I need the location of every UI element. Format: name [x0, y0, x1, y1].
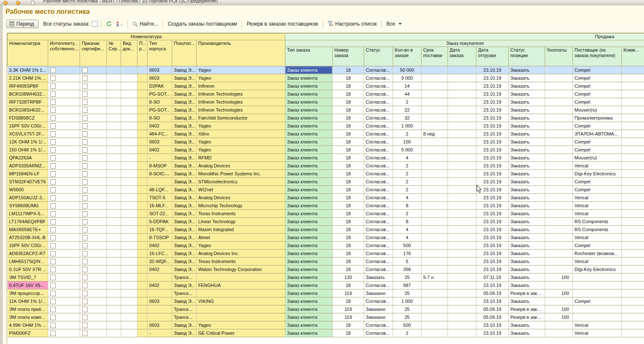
- cell-cert[interactable]: [80, 297, 107, 305]
- cell-pstatus[interactable]: Заказать: [509, 242, 545, 250]
- cell-buyer[interactable]: Завод Э...: [172, 250, 197, 258]
- cell-nom[interactable]: 12K OHM 1% 1/...: [8, 138, 48, 146]
- cell-term[interactable]: [422, 82, 448, 90]
- cell-pkg[interactable]: [147, 274, 172, 281]
- cell-qty[interactable]: 4: [393, 154, 422, 162]
- cell-pkg[interactable]: 16-MLF...: [147, 202, 172, 210]
- cell-ser[interactable]: [107, 98, 121, 106]
- cell-doc[interactable]: [121, 170, 137, 178]
- cell-supplier[interactable]: Compel: [573, 297, 622, 305]
- cell-mfr[interactable]: [197, 313, 285, 321]
- cell-doc[interactable]: [121, 266, 137, 274]
- row-checkbox[interactable]: [82, 227, 88, 232]
- cell-ip[interactable]: [48, 154, 80, 162]
- column-header-order-type[interactable]: Тип заказа: [285, 47, 333, 66]
- cell-ono[interactable]: 18: [333, 162, 364, 170]
- row-checkbox[interactable]: [82, 267, 88, 272]
- cell-pstatus[interactable]: Заказать: [509, 266, 545, 274]
- cell-otype[interactable]: Заказ клиента: [285, 210, 333, 218]
- cell-pr[interactable]: [137, 289, 147, 297]
- cell-mfr[interactable]: Yageo: [197, 66, 285, 74]
- cell-doc[interactable]: [121, 274, 137, 281]
- cell-supplier[interactable]: RS Components: [573, 226, 622, 234]
- row-checkbox[interactable]: [82, 283, 88, 288]
- row-checkbox[interactable]: [50, 219, 56, 224]
- cell-cert[interactable]: [80, 258, 107, 266]
- cell-nom[interactable]: ЭМ плата приё...: [8, 305, 48, 313]
- cell-pstatus[interactable]: Заказать: [509, 234, 545, 242]
- cell-ostatus[interactable]: Согласов...: [364, 321, 393, 329]
- cell-ostatus[interactable]: Согласов...: [364, 82, 393, 90]
- cell-cert[interactable]: [80, 321, 107, 329]
- cell-comment[interactable]: [622, 82, 644, 90]
- cell-buyer[interactable]: Завод Э...: [172, 114, 197, 122]
- cell-term[interactable]: [422, 226, 448, 234]
- cell-ser[interactable]: [107, 178, 121, 186]
- reserve-in-supplier-orders-button[interactable]: Резерв в заказах поставщиков: [246, 21, 319, 27]
- cell-mfr[interactable]: Analog Devices: [197, 162, 285, 170]
- column-header-comment[interactable]: Комм...: [622, 47, 644, 66]
- cell-ono[interactable]: 18: [333, 329, 364, 337]
- cell-qty[interactable]: 2: [393, 162, 422, 170]
- cell-ono[interactable]: 18: [333, 210, 364, 218]
- cell-pkg[interactable]: 8-SOIC-...: [147, 170, 172, 178]
- row-checkbox[interactable]: [82, 115, 88, 121]
- cell-pr[interactable]: [137, 218, 147, 226]
- table-row[interactable]: LT1764AEQ#PBF5-DDPAKЗавод Э...Linear Tec…: [8, 218, 644, 226]
- cell-term[interactable]: 5-7 н: [422, 274, 448, 281]
- create-supplier-orders-button[interactable]: Создать заказы поставщикам: [166, 21, 238, 27]
- cell-pkg[interactable]: SOT-22...: [147, 210, 172, 218]
- cell-term[interactable]: [422, 281, 448, 289]
- cell-ono[interactable]: 18: [333, 321, 364, 329]
- cell-ostatus[interactable]: Заказано: [364, 289, 393, 297]
- cell-pay[interactable]: [545, 178, 573, 186]
- cell-pay[interactable]: [545, 194, 573, 202]
- cell-cert[interactable]: [80, 194, 107, 202]
- table-row[interactable]: LM1117IMPX-5...SOT-22...Завод Э...Texas …: [8, 210, 644, 218]
- cell-ono[interactable]: 18: [333, 297, 364, 305]
- cell-comment[interactable]: [622, 329, 644, 337]
- cell-pay[interactable]: [545, 82, 573, 90]
- cell-mfr[interactable]: WIZnet: [197, 186, 285, 194]
- cell-cert[interactable]: [80, 74, 107, 82]
- row-checkbox[interactable]: [82, 155, 88, 161]
- cell-ser[interactable]: [107, 122, 121, 130]
- cell-pr[interactable]: [137, 234, 147, 242]
- cell-odate[interactable]: [448, 178, 476, 186]
- cell-doc[interactable]: [121, 82, 137, 90]
- cell-sdate[interactable]: 23.10.19: [476, 321, 509, 329]
- cell-pstatus[interactable]: Заказать: [509, 329, 545, 337]
- row-checkbox[interactable]: [82, 83, 88, 89]
- cell-ser[interactable]: [107, 82, 121, 90]
- cell-term[interactable]: [422, 114, 448, 122]
- cell-pstatus[interactable]: Резерв в зак...: [509, 289, 545, 297]
- row-checkbox[interactable]: [82, 219, 88, 224]
- cell-cert[interactable]: [80, 242, 107, 250]
- cell-pkg[interactable]: [147, 178, 172, 186]
- cell-supplier[interactable]: RS Components: [573, 218, 622, 226]
- cell-mfr[interactable]: Yageo: [197, 321, 285, 329]
- cell-ser[interactable]: [107, 162, 121, 170]
- cell-supplier[interactable]: Verical: [573, 258, 622, 266]
- cell-term[interactable]: [422, 154, 448, 162]
- cell-odate[interactable]: [448, 74, 476, 82]
- table-row[interactable]: XC6VLX75T-2F...484-FC...Завод Э...Xilinx…: [8, 130, 644, 138]
- cell-pstatus[interactable]: Заказать: [509, 297, 545, 305]
- row-checkbox[interactable]: [82, 107, 88, 113]
- cell-pay[interactable]: [545, 170, 573, 178]
- cell-term[interactable]: [422, 250, 448, 258]
- cell-qty[interactable]: 14: [393, 82, 422, 90]
- column-header-position-status[interactable]: Статус позиции: [509, 47, 545, 66]
- cell-ono[interactable]: 18: [333, 106, 364, 114]
- table-row[interactable]: 0.47UF 16V X5...0402Завод Э...FENGHUAЗак…: [8, 281, 644, 289]
- cell-cert[interactable]: [80, 122, 107, 130]
- cell-cert[interactable]: [80, 114, 107, 122]
- all-dropdown-button[interactable]: Все: [385, 21, 403, 27]
- refresh-button[interactable]: [105, 21, 113, 27]
- cell-qty[interactable]: 32: [393, 114, 422, 122]
- cell-otype[interactable]: Заказ клиента: [285, 186, 333, 194]
- cell-nom[interactable]: STM32F407VET6: [8, 178, 48, 186]
- cell-mfr[interactable]: Linear Technology: [197, 218, 285, 226]
- cell-otype[interactable]: Заказ клиента: [285, 178, 333, 186]
- cell-pr[interactable]: [137, 210, 147, 218]
